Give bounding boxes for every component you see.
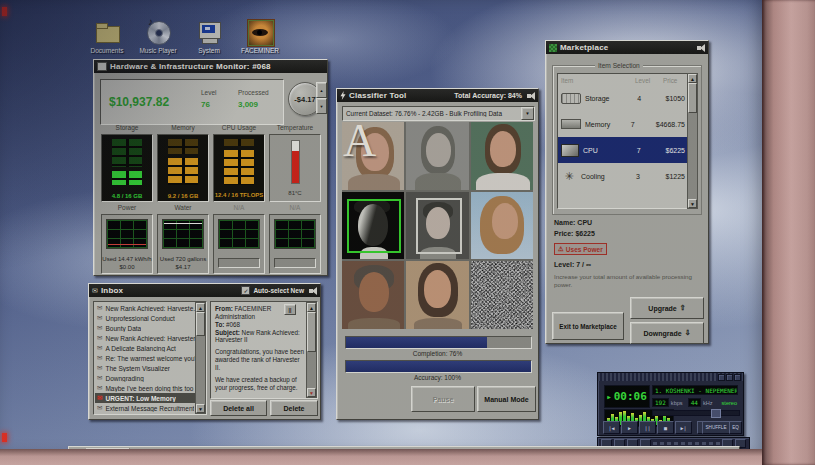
pause-button[interactable]: ||: [639, 421, 656, 434]
desktop-icon-music-player[interactable]: ♪ Music Player: [135, 20, 181, 54]
email-row[interactable]: ✉Bounty Data: [95, 323, 196, 333]
shuffle-button[interactable]: SHUFFLE: [702, 421, 730, 434]
computer-icon: [196, 20, 222, 44]
email-row[interactable]: ✉External Message Recruitment: [95, 403, 196, 413]
item-table-scrollbar[interactable]: ▲ ▼: [687, 73, 698, 209]
thermometer: [291, 140, 300, 184]
classifier-window: Classifier Tool Total Accuracy: 84% Curr…: [336, 88, 539, 420]
na-meter-2: N/A: [269, 204, 321, 213]
downgrade-button[interactable]: Downgrade⇩: [630, 322, 704, 344]
prev-button[interactable]: |◀: [603, 421, 620, 434]
minimize-button[interactable]: [718, 374, 725, 381]
email-row[interactable]: ✉Downgrading: [95, 373, 196, 383]
item-row-storage[interactable]: Storage 4 $1050: [558, 85, 688, 111]
marketplace-titlebar[interactable]: Marketplace: [546, 41, 708, 54]
email-row[interactable]: ✉Maybe I've been doing this too l...: [95, 383, 196, 393]
inbox-titlebar[interactable]: ✉ Inbox ✓ Auto-select New: [89, 284, 320, 297]
stop-button[interactable]: ■: [657, 421, 674, 434]
envelope-icon-urgent: ✉: [97, 394, 102, 402]
face-image[interactable]: [471, 192, 533, 260]
track-title: 1. KOSHENKI - NEPEMENER (4:17): [655, 387, 738, 394]
face-image[interactable]: A: [342, 122, 404, 190]
gauge-value: 81°C: [270, 190, 320, 196]
face-image[interactable]: [342, 261, 404, 329]
hardware-monitor-titlebar[interactable]: Hardware & Infrastructure Monitor: #068: [94, 60, 327, 73]
na-meter-1: N/A: [213, 204, 265, 213]
marketplace-icon: [549, 44, 557, 52]
face-image[interactable]: [406, 122, 468, 190]
delete-button[interactable]: Delete: [270, 400, 318, 416]
record-led: [2, 433, 7, 442]
delete-all-button[interactable]: Delete all: [210, 400, 267, 416]
meter-label: Power: [101, 204, 153, 211]
item-row-cpu-selected[interactable]: CPU 7 $6225: [558, 137, 688, 163]
speaker-icon[interactable]: [695, 44, 705, 52]
samplerate-value: 44: [688, 398, 701, 407]
envelope-icon: ✉: [97, 404, 102, 412]
item-row-cooling[interactable]: ✳ Cooling 3 $1225: [558, 163, 688, 189]
dataset-dropdown[interactable]: Current Dataset: 76.76% - 2.42GB - Bulk …: [342, 106, 535, 121]
email-list-scrollbar[interactable]: ▲ ▼: [195, 302, 206, 414]
dropdown-arrow-button[interactable]: ▼: [521, 107, 534, 120]
warning-icon: ⚠: [558, 245, 564, 253]
close-button[interactable]: [734, 374, 741, 381]
face-image-selected[interactable]: [342, 192, 404, 260]
reading-scrollbar[interactable]: ▲ ▼: [306, 302, 317, 398]
exit-marketplace-button[interactable]: Exit to Marketplace: [552, 312, 624, 340]
from-label: From:: [215, 305, 233, 312]
desktop-icon-faceminer[interactable]: FACEMINER: [237, 20, 283, 54]
folder-icon: [94, 20, 120, 44]
stereo-indicator: stereo: [722, 400, 738, 406]
email-row[interactable]: ✉The System Visualizer: [95, 363, 196, 373]
pause-button[interactable]: Pause: [411, 386, 475, 412]
next-button[interactable]: ▶|: [675, 421, 692, 434]
desktop-icon-system[interactable]: System: [186, 20, 232, 54]
face-image[interactable]: [406, 192, 468, 260]
samplerate-unit: kHz: [703, 400, 713, 406]
auto-select-checkbox[interactable]: ✓: [241, 286, 250, 295]
play-indicator-icon: ▶: [607, 393, 611, 400]
item-table: Item Level Price Storage 4 $1050 Memory …: [557, 73, 689, 209]
hardware-monitor-window: Hardware & Infrastructure Monitor: #068 …: [93, 59, 328, 276]
meter-line1: Used 14.47 kWh/h: [102, 256, 152, 262]
face-image[interactable]: [471, 122, 533, 190]
cpu-gauge: CPU Usage 12.4 / 16 TFLOPS: [213, 124, 265, 133]
desktop-icon-documents[interactable]: Documents: [84, 20, 130, 54]
manual-mode-button[interactable]: Manual Mode: [477, 386, 536, 412]
volume-slider[interactable]: [652, 410, 740, 416]
shade-button[interactable]: [726, 374, 733, 381]
col-item: Item: [561, 77, 635, 84]
eq-button[interactable]: EQ: [729, 421, 742, 434]
envelope-icon: ✉: [97, 334, 102, 342]
spin-up-button[interactable]: ▲: [316, 82, 327, 98]
pause-feed-button[interactable]: ||: [284, 304, 296, 315]
play-button[interactable]: ▶: [621, 421, 638, 434]
eye-icon: [247, 20, 273, 44]
email-row[interactable]: ✉New Rank Achieved: Harveste...: [95, 303, 196, 313]
scroll-down-icon: ▼: [688, 199, 697, 208]
email-row-selected[interactable]: ✉URGENT: Low Memory: [95, 393, 196, 403]
email-row[interactable]: ✉Re: The warmest welcome you'l...: [95, 353, 196, 363]
reading-pane: From: FACEMINER Administration To: #068 …: [210, 301, 318, 399]
email-row[interactable]: ✉A Delicate Balancing Act: [95, 343, 196, 353]
speaker-icon[interactable]: [525, 92, 535, 100]
scroll-down-icon: ▼: [196, 404, 205, 413]
upgrade-button[interactable]: Upgrade⇧: [630, 297, 704, 319]
gauge-label: CPU Usage: [213, 124, 265, 131]
spin-down-button[interactable]: ▼: [316, 98, 327, 114]
cooling-icon: ✳: [561, 170, 577, 182]
speaker-icon[interactable]: [307, 287, 317, 295]
classifier-titlebar[interactable]: Classifier Tool Total Accuracy: 84%: [337, 89, 538, 102]
static-noise-image[interactable]: [471, 261, 533, 329]
item-row-memory[interactable]: Memory 7 $4668.75: [558, 111, 688, 137]
face-image[interactable]: [406, 261, 468, 329]
player-titlebar[interactable]: [598, 373, 743, 381]
track-display[interactable]: 1. KOSHENKI - NEPEMENER (4:17): [652, 385, 738, 395]
envelope-icon: ✉: [97, 344, 102, 352]
envelope-icon: ✉: [97, 324, 102, 332]
balance-value: $10,937.82: [109, 95, 169, 109]
water-meter: Water Used 720 gallons $4.17: [157, 204, 209, 213]
email-row[interactable]: ✉Unprofessional Conduct: [95, 313, 196, 323]
email-row[interactable]: ✉New Rank Achieved: Harvester I: [95, 333, 196, 343]
volume-thumb[interactable]: [711, 409, 721, 418]
